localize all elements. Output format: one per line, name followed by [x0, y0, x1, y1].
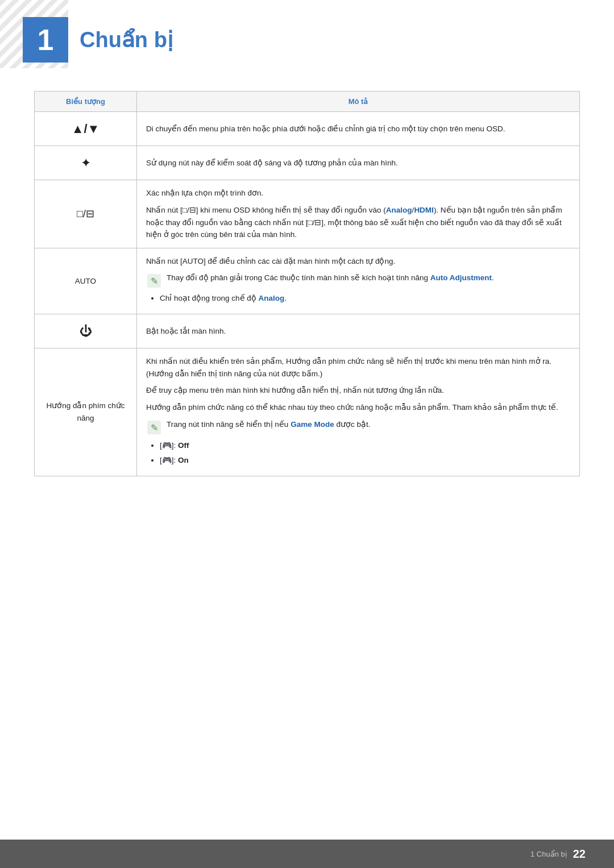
symbol-cell: ⏻ [35, 314, 137, 348]
table-row: ✦ Sử dụng nút này để kiểm soát độ sáng v… [35, 146, 580, 180]
col1-header: Biểu tượng [35, 92, 137, 112]
desc-cell: Bật hoặc tắt màn hình. [137, 314, 580, 348]
sun-symbol: ✦ [81, 156, 91, 170]
svg-text:✎: ✎ [151, 423, 158, 433]
main-table: Biểu tượng Mô tả ▲/▼ Di chuyển đến menu … [34, 91, 580, 476]
input-symbol: □/⊟ [77, 208, 94, 219]
chapter-title: Chuẩn bị [80, 27, 173, 52]
note-icon: ✎ [146, 273, 162, 289]
guidance-label: Hướng dẫn phím chức năng [46, 401, 125, 422]
list-item: Chỉ hoạt động trong chế độ Analog. [160, 292, 570, 305]
hdmi-bold: HDMI [414, 206, 434, 214]
off-label: Off [178, 441, 189, 450]
analog-bold: Analog [386, 206, 412, 214]
power-symbol: ⏻ [80, 324, 92, 338]
desc-cell: Xác nhận lựa chọn một trình đơn. Nhấn nú… [137, 180, 580, 248]
auto-desc-main: Nhấn nút [AUTO] để điều chỉnh các cài đặ… [146, 255, 570, 268]
arrows-symbol: ▲/▼ [72, 122, 100, 136]
guidance-p3: Hướng dẫn phím chức năng có thể khác nha… [146, 401, 570, 414]
svg-text:✎: ✎ [151, 276, 158, 286]
auto-bullets: Chỉ hoạt động trong chế độ Analog. [146, 292, 570, 305]
table-row: ▲/▼ Di chuyển đến menu phía trên hoặc ph… [35, 112, 580, 146]
list-item: [🎮]: Off [160, 439, 570, 452]
guidance-symbol-cell: Hướng dẫn phím chức năng [35, 348, 137, 476]
symbol-cell: AUTO [35, 248, 137, 314]
chapter-header: 1 Chuẩn bị [0, 0, 614, 80]
auto-adj-bold: Auto Adjustment [430, 273, 492, 282]
game-mode-bold: Game Mode [291, 420, 334, 429]
guidance-note-box: ✎ Trang nút tính năng sẽ hiển thị nếu Ga… [146, 418, 570, 435]
note-box: ✎ Thay đổi độ phân giải trong Các thuộc … [146, 272, 570, 289]
desc-cell: Sử dụng nút này để kiểm soát độ sáng và … [137, 146, 580, 180]
table-row: ⏻ Bật hoặc tắt màn hình. [35, 314, 580, 348]
guidance-desc-cell: Khi nhấn nút điều khiển trên sản phẩm, H… [137, 348, 580, 476]
table-row: Hướng dẫn phím chức năng Khi nhấn nút đi… [35, 348, 580, 476]
guidance-p2: Để truy cập menu trên màn hình khi hướng… [146, 384, 570, 397]
table-row: □/⊟ Xác nhận lựa chọn một trình đơn. Nhấ… [35, 180, 580, 248]
footer-chapter-text: 1 Chuẩn bị [530, 850, 567, 858]
auto-symbol: AUTO [75, 277, 96, 285]
analog-mode-bold: Analog [259, 294, 285, 302]
desc-cell: Di chuyển đến menu phía trên hoặc phía d… [137, 112, 580, 146]
guidance-note-icon: ✎ [146, 420, 162, 435]
content-area: Biểu tượng Mô tả ▲/▼ Di chuyển đến menu … [0, 80, 614, 499]
desc-p2: Nhấn nút [□/⊟] khi menu OSD không hiển t… [146, 204, 570, 241]
desc-cell: Nhấn nút [AUTO] để điều chỉnh các cài đặ… [137, 248, 580, 314]
symbol-cell: ▲/▼ [35, 112, 137, 146]
gamepad-icon-off: 🎮 [162, 441, 172, 450]
on-label: On [178, 456, 189, 464]
desc-p1: Xác nhận lựa chọn một trình đơn. [146, 187, 570, 200]
table-row: AUTO Nhấn nút [AUTO] để điều chỉnh các c… [35, 248, 580, 314]
symbol-cell: ✦ [35, 146, 137, 180]
guidance-note-text: Trang nút tính năng sẽ hiển thị nếu Game… [167, 418, 370, 431]
note-text: Thay đổi độ phân giải trong Các thuộc tí… [167, 272, 494, 284]
footer: 1 Chuẩn bị 22 [0, 840, 614, 868]
symbol-cell: □/⊟ [35, 180, 137, 248]
footer-page-number: 22 [573, 848, 586, 861]
list-item: [🎮]: On [160, 454, 570, 467]
gamepad-icon-on: 🎮 [162, 455, 172, 464]
col2-header: Mô tả [137, 92, 580, 112]
guidance-p1: Khi nhấn nút điều khiển trên sản phẩm, H… [146, 355, 570, 380]
chapter-number: 1 [23, 17, 68, 63]
game-mode-bullets: [🎮]: Off [🎮]: On [146, 439, 570, 467]
